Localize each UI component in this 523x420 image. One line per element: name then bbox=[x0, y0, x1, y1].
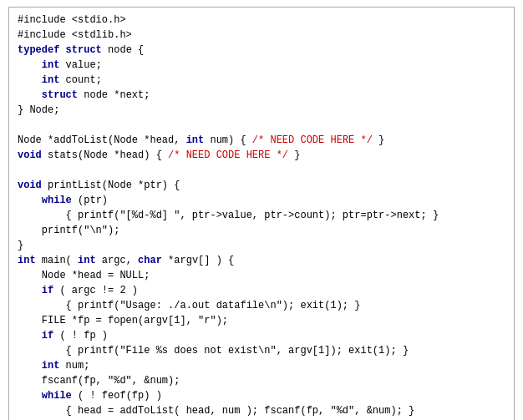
code-line: int num; bbox=[18, 358, 505, 373]
code-line: } Node; bbox=[18, 103, 505, 118]
code-line: int main( int argc, char *argv[] ) { bbox=[18, 253, 505, 268]
code-line: struct node *next; bbox=[18, 88, 505, 103]
code-line: Node *head = NULL; bbox=[18, 268, 505, 283]
code-line: { printf("[%d-%d] ", ptr->value, ptr->co… bbox=[18, 208, 505, 223]
code-line: int count; bbox=[18, 73, 505, 88]
code-line: { printf("File %s does not exist\n", arg… bbox=[18, 343, 505, 358]
code-line: { printf("Usage: ./a.out datafile\n"); e… bbox=[18, 298, 505, 313]
code-line: { head = addToList( head, num ); fscanf(… bbox=[18, 403, 505, 418]
code-line: int value; bbox=[18, 58, 505, 73]
code-line: #include <stdlib.h> bbox=[18, 28, 505, 43]
code-line: Node *addToList(Node *head, int num) { /… bbox=[18, 133, 505, 148]
code-line: void printList(Node *ptr) { bbox=[18, 178, 505, 193]
code-line: #include <stdio.h> bbox=[18, 13, 505, 28]
code-line bbox=[18, 163, 505, 178]
code-block: #include <stdio.h> #include <stdlib.h> t… bbox=[8, 7, 515, 420]
code-line: if ( ! fp ) bbox=[18, 328, 505, 343]
code-line: while (ptr) bbox=[18, 193, 505, 208]
code-line: if ( argc != 2 ) bbox=[18, 283, 505, 298]
code-line: fscanf(fp, "%d", &num); bbox=[18, 373, 505, 388]
code-line: FILE *fp = fopen(argv[1], "r"); bbox=[18, 313, 505, 328]
code-line: printf("\n"); bbox=[18, 223, 505, 238]
code-line: while ( ! feof(fp) ) bbox=[18, 388, 505, 403]
main-container: #include <stdio.h> #include <stdlib.h> t… bbox=[0, 0, 523, 420]
code-line: } bbox=[18, 238, 505, 253]
code-line: typedef struct node { bbox=[18, 43, 505, 58]
code-line bbox=[18, 118, 505, 133]
code-line: void stats(Node *head) { /* NEED CODE HE… bbox=[18, 148, 505, 163]
